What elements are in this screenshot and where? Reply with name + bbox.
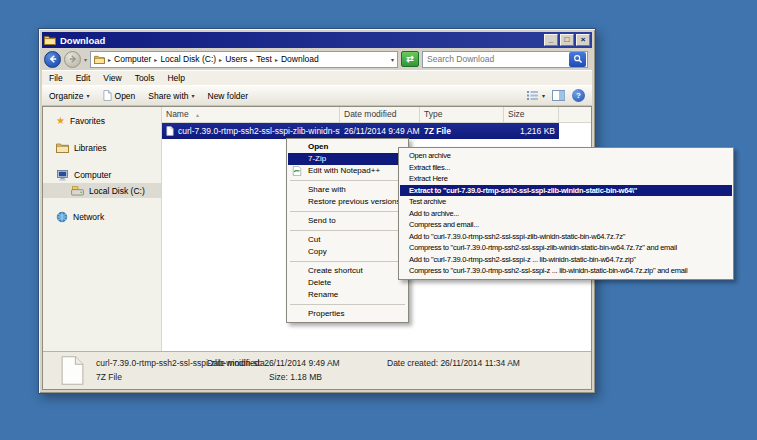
context-menu-item-create-shortcut[interactable]: Create shortcut — [288, 265, 407, 277]
context-menu-item-rename[interactable]: Rename — [288, 289, 407, 301]
details-date-created: Date created: 26/11/2014 11:34 AM — [387, 358, 520, 368]
edit-notepadpp-label: Edit with Notepad++ — [308, 166, 380, 175]
share-with-button[interactable]: Share with ▾ — [148, 91, 194, 101]
open-button[interactable]: Open — [103, 90, 136, 101]
context-menu-item-restore-previous[interactable]: Restore previous versions — [288, 196, 407, 208]
context-menu-item-edit-notepadpp[interactable]: Edit with Notepad++ — [288, 165, 407, 177]
breadcrumb-computer[interactable]: Computer — [114, 54, 151, 64]
breadcrumb-download[interactable]: Download — [281, 54, 319, 64]
sidebar-item-network[interactable]: Network — [43, 209, 161, 225]
search-box — [422, 51, 588, 68]
menu-tools[interactable]: Tools — [135, 73, 155, 83]
breadcrumb-test[interactable]: Test — [256, 54, 272, 64]
organize-button[interactable]: Organize ▾ — [49, 91, 90, 101]
sidebar-libraries-label: Libraries — [74, 143, 107, 153]
menu-view[interactable]: View — [103, 73, 121, 83]
context-menu-item-7zip[interactable]: 7-Zip ▸ — [288, 153, 407, 165]
submenu-item-add-to-archive[interactable]: Add to archive... — [400, 208, 732, 220]
context-menu-item-open[interactable]: Open — [288, 141, 407, 153]
breadcrumb-separator[interactable]: ▸ — [154, 56, 157, 63]
preview-pane-button[interactable] — [552, 90, 565, 101]
help-icon[interactable]: ? — [572, 89, 585, 102]
context-menu: Open 7-Zip ▸ Edit with Notepad++ Share w… — [286, 138, 409, 323]
title-bar[interactable]: Download _ □ × — [42, 32, 592, 48]
name-header-label: Name — [166, 109, 189, 119]
submenu-item-compress-to-zip-email[interactable]: Compress to "curl-7.39.0-rtmp-ssh2-ssl-s… — [400, 265, 732, 277]
menu-separator — [290, 261, 405, 262]
computer-icon — [56, 170, 69, 181]
address-dropdown-arrow[interactable]: ▾ — [391, 56, 394, 63]
open-label: Open — [115, 91, 136, 101]
breadcrumb-separator[interactable]: ▸ — [219, 56, 222, 63]
chevron-down-icon: ▾ — [87, 92, 90, 99]
submenu-item-add-to-7z[interactable]: Add to "curl-7.39.0-rtmp-ssh2-ssl-sspi-z… — [400, 231, 732, 243]
file-row-selected[interactable]: curl-7.39.0-rtmp-ssh2-ssl-sspi-zlib-wini… — [162, 123, 559, 139]
submenu-item-test-archive[interactable]: Test archive — [400, 196, 732, 208]
context-menu-item-properties[interactable]: Properties — [288, 308, 407, 320]
7zip-submenu: Open archive Extract files... Extract He… — [398, 147, 734, 280]
submenu-item-compress-and-email[interactable]: Compress and email... — [400, 219, 732, 231]
file-size: 1,216 KB — [504, 126, 559, 136]
address-folder-icon — [94, 55, 105, 64]
sidebar-item-local-disk[interactable]: Local Disk (C:) — [43, 183, 161, 198]
menu-help[interactable]: Help — [167, 73, 184, 83]
submenu-item-compress-to-7z-email[interactable]: Compress to "curl-7.39.0-rtmp-ssh2-ssl-s… — [400, 242, 732, 254]
7zip-label: 7-Zip — [308, 154, 326, 163]
address-breadcrumb-bar[interactable]: ▸ Computer ▸ Local Disk (C:) ▸ Users ▸ T… — [90, 51, 398, 68]
back-button[interactable] — [44, 51, 61, 68]
libraries-icon — [56, 143, 69, 153]
column-header-type[interactable]: Type — [420, 107, 504, 122]
breadcrumb-separator[interactable]: ▸ — [275, 56, 278, 63]
sidebar-computer-label: Computer — [74, 170, 111, 180]
window-title: Download — [60, 35, 105, 46]
details-date-modified: Date modified: 26/11/2014 9:49 AM — [207, 358, 340, 368]
context-menu-item-copy[interactable]: Copy — [288, 246, 407, 258]
column-header-filler — [559, 107, 591, 122]
breadcrumb-local-disk[interactable]: Local Disk (C:) — [160, 54, 216, 64]
submenu-item-extract-files[interactable]: Extract files... — [400, 162, 732, 174]
sidebar-favorites-label: Favorites — [70, 116, 105, 126]
network-icon — [56, 211, 68, 223]
sidebar-item-libraries[interactable]: Libraries — [43, 140, 161, 156]
search-icon[interactable] — [569, 52, 586, 67]
forward-button[interactable] — [64, 51, 81, 68]
search-input[interactable] — [423, 54, 569, 64]
minimize-button[interactable]: _ — [544, 34, 558, 46]
details-file-icon — [61, 356, 84, 385]
menu-separator — [290, 211, 405, 212]
context-menu-item-share-with[interactable]: Share with ▸ — [288, 184, 407, 196]
menu-bar: File Edit View Tools Help — [42, 70, 592, 85]
context-menu-item-delete[interactable]: Delete — [288, 277, 407, 289]
chevron-down-icon: ▾ — [542, 92, 545, 99]
breadcrumb-users[interactable]: Users — [225, 54, 247, 64]
column-header-name[interactable]: Name ▴ — [162, 107, 340, 122]
maximize-button[interactable]: □ — [560, 34, 574, 46]
sidebar-item-favorites[interactable]: ★ Favorites — [43, 113, 161, 129]
close-button[interactable]: × — [576, 34, 590, 46]
menu-file[interactable]: File — [49, 73, 63, 83]
context-menu-item-cut[interactable]: Cut — [288, 234, 407, 246]
submenu-item-extract-here[interactable]: Extract Here — [400, 173, 732, 185]
menu-edit[interactable]: Edit — [76, 73, 91, 83]
sidebar-network-label: Network — [73, 212, 104, 222]
submenu-item-extract-to[interactable]: Extract to "curl-7.39.0-rtmp-ssh2-ssl-ss… — [400, 185, 732, 197]
file-name: curl-7.39.0-rtmp-ssh2-ssl-sspi-zlib-wini… — [178, 126, 340, 136]
context-menu-item-send-to[interactable]: Send to ▸ — [288, 215, 407, 227]
submenu-item-open-archive[interactable]: Open archive — [400, 150, 732, 162]
views-button[interactable]: ▾ — [526, 90, 545, 101]
file-icon — [166, 126, 174, 136]
new-folder-label: New folder — [208, 91, 249, 101]
column-header-date-modified[interactable]: Date modified — [340, 107, 420, 122]
file-date-modified: 26/11/2014 9:49 AM — [340, 126, 420, 136]
notepadpp-icon — [292, 166, 302, 176]
folder-icon — [44, 35, 56, 45]
refresh-button[interactable]: ⇄ — [401, 51, 419, 67]
column-header-size[interactable]: Size — [504, 107, 559, 122]
breadcrumb-separator[interactable]: ▸ — [108, 56, 111, 63]
recent-pages-chevron[interactable]: ▾ — [84, 56, 87, 63]
new-folder-button[interactable]: New folder — [208, 91, 249, 101]
menu-separator — [290, 180, 405, 181]
submenu-item-add-to-zip[interactable]: Add to "curl-7.39.0-rtmp-ssh2-ssl-sspi-z… — [400, 254, 732, 266]
breadcrumb-separator[interactable]: ▸ — [250, 56, 253, 63]
sidebar-item-computer[interactable]: Computer — [43, 167, 161, 183]
